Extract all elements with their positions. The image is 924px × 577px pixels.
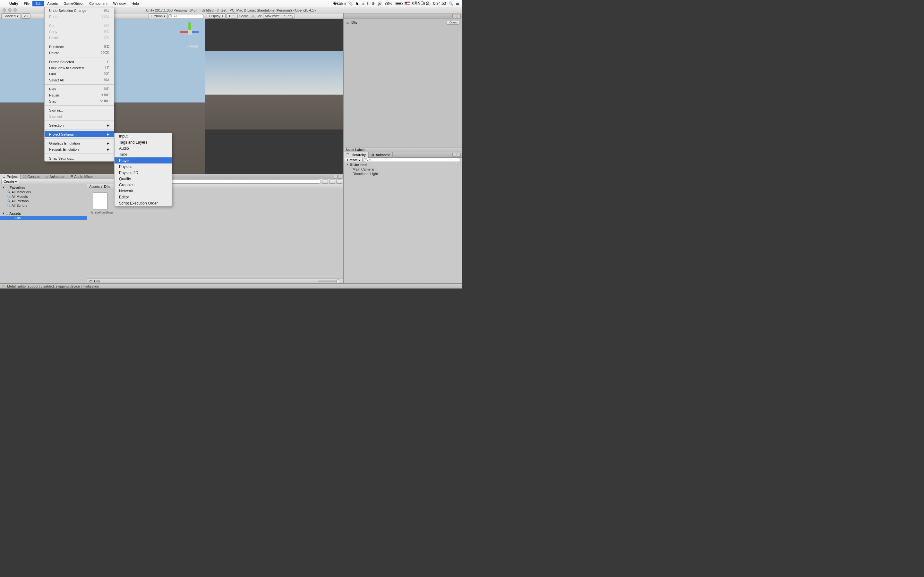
- submenu-item-network[interactable]: Network: [115, 188, 172, 194]
- submenu-item-input[interactable]: Input: [115, 133, 172, 139]
- submenu-item-player[interactable]: Player: [115, 157, 172, 163]
- submenu-item-audio[interactable]: Audio: [115, 145, 172, 151]
- hierarchy-lock-icon[interactable]: [452, 153, 456, 157]
- submenu-item-physics[interactable]: Physics: [115, 163, 172, 169]
- wifi-icon[interactable]: ⊚: [372, 1, 375, 6]
- fav-all-scripts[interactable]: 🔍All Scripts: [0, 203, 87, 208]
- fav-all-prefabs[interactable]: 🔍All Prefabs: [0, 199, 87, 203]
- scene-node[interactable]: ▼⊟Untitled⋯: [344, 162, 462, 167]
- tab-animator[interactable]: ⚙Animator: [368, 152, 393, 158]
- menu-app[interactable]: Unity: [6, 1, 21, 6]
- hierarchy-create-button[interactable]: Create ▾: [345, 158, 363, 162]
- scene-search[interactable]: All: [168, 14, 204, 18]
- menu-item-pause[interactable]: Pause⇧⌘P: [45, 92, 114, 98]
- fav-all-models[interactable]: 🔍All Models: [0, 194, 87, 199]
- menu-item-step[interactable]: Step⌥⌘P: [45, 98, 114, 104]
- menu-item-project-settings[interactable]: Project Settings▶: [45, 131, 114, 137]
- submenu-item-time[interactable]: Time: [115, 151, 172, 157]
- project-footer: 🗀 Dlls: [87, 279, 343, 284]
- attachment-icon[interactable]: 📎: [348, 1, 353, 6]
- menu-item-sign-out: Sign out: [45, 113, 114, 119]
- menu-item-graphics-emulation[interactable]: Graphics Emulation▶: [45, 140, 114, 146]
- scene-gizmo[interactable]: [180, 23, 199, 42]
- assets-header[interactable]: ▾🗀Assets: [0, 211, 87, 216]
- menu-file[interactable]: File: [21, 1, 33, 6]
- chess-icon[interactable]: ♞: [355, 1, 359, 6]
- battery-icon[interactable]: [395, 2, 402, 5]
- submenu-item-editor[interactable]: Editor: [115, 194, 172, 200]
- scale-slider[interactable]: ⎯○⎯: [250, 14, 256, 18]
- search-icon: 🔍: [7, 195, 11, 198]
- panel-menu-icon[interactable]: [338, 175, 342, 179]
- menu-edit[interactable]: Edit: [32, 1, 44, 6]
- close-button[interactable]: [3, 8, 6, 12]
- asset-tensorflowsharp[interactable]: TensorFlowSharp: [90, 192, 110, 214]
- create-button[interactable]: Create ▾: [1, 179, 19, 184]
- tab-console[interactable]: ⌘Console: [21, 174, 43, 179]
- shading-dropdown[interactable]: Shaded ▾: [1, 13, 21, 19]
- menu-item-play[interactable]: Play⌘P: [45, 86, 114, 92]
- submenu-item-physics-2d[interactable]: Physics 2D: [115, 169, 172, 176]
- 2d-toggle[interactable]: 2D: [21, 13, 31, 19]
- panel-lock-icon[interactable]: [334, 175, 338, 179]
- menu-item-select-all[interactable]: Select All⌘A: [45, 77, 114, 83]
- submenu-item-quality[interactable]: Quality: [115, 176, 172, 182]
- aspect-dropdown[interactable]: 16:9: [226, 13, 237, 19]
- inspector-lock-icon[interactable]: [452, 14, 456, 18]
- menu-item-paste: Paste⌘V: [45, 35, 114, 41]
- hierarchy-menu-icon[interactable]: [457, 153, 461, 157]
- fav-all-materials[interactable]: 🔍All Materials: [0, 190, 87, 194]
- menu-item-undo-selection-change[interactable]: Undo Selection Change⌘Z: [45, 7, 114, 13]
- tab-project[interactable]: 🗀Project: [0, 174, 21, 179]
- tab-audio-mixer[interactable]: ⠿Audio Mixer: [68, 174, 96, 179]
- project-settings-submenu: InputTags and LayersAudioTimePlayerPhysi…: [114, 133, 172, 206]
- airplay-icon[interactable]: ⌂: [362, 1, 364, 6]
- zoom-button[interactable]: [13, 8, 17, 12]
- menu-item-delete[interactable]: Delete⌘⌫: [45, 50, 114, 56]
- persp-label[interactable]: ◁ Persp: [186, 44, 198, 48]
- tab-hierarchy[interactable]: ☰Hierarchy: [344, 152, 368, 158]
- open-button[interactable]: Open: [447, 20, 459, 25]
- menu-item-network-emulation[interactable]: Network Emulation▶: [45, 146, 114, 152]
- menu-item-selection[interactable]: Selection▶: [45, 122, 114, 128]
- tab-animation[interactable]: ◷Animation: [43, 174, 68, 179]
- notifications-icon[interactable]: ☰: [456, 1, 459, 6]
- submenu-item-graphics[interactable]: Graphics: [115, 182, 172, 188]
- menu-component[interactable]: Component: [86, 1, 110, 6]
- menu-assets[interactable]: Assets: [44, 1, 61, 6]
- menu-item-sign-in-[interactable]: Sign in...: [45, 107, 114, 113]
- assets-dlls[interactable]: 🗀Dlls: [0, 216, 87, 220]
- menu-window[interactable]: Window: [110, 1, 129, 6]
- submenu-item-tags-and-layers[interactable]: Tags and Layers: [115, 139, 172, 145]
- hierarchy-directional-light[interactable]: Directional Light: [344, 171, 462, 176]
- spotlight-icon[interactable]: 🔍: [449, 1, 453, 6]
- grid-size-slider[interactable]: [318, 280, 340, 282]
- favorites-header[interactable]: ▾★Favorites: [0, 185, 87, 190]
- maximize-on-play[interactable]: Maximize On Play: [263, 13, 295, 19]
- asset-labels-header[interactable]: Asset Labels: [344, 147, 462, 152]
- filter-button-2[interactable]: [329, 179, 335, 184]
- menu-item-snap-settings-[interactable]: Snap Settings...: [45, 155, 114, 161]
- dropbox-icon[interactable]: �ками: [333, 1, 346, 6]
- volume-icon[interactable]: 🔊: [377, 1, 382, 6]
- submenu-item-script-execution-order[interactable]: Script Execution Order: [115, 200, 172, 206]
- menu-gameobject[interactable]: GameObject: [61, 1, 86, 6]
- display-dropdown[interactable]: Display 1: [207, 13, 226, 19]
- search-icon: 🔍: [7, 204, 11, 207]
- scale-value: 2x: [257, 14, 263, 18]
- mixer-icon: ⠿: [71, 175, 73, 178]
- menu-item-lock-view-to-selected[interactable]: Lock View to Selected⇧F: [45, 65, 114, 71]
- filter-button-1[interactable]: [322, 179, 328, 184]
- hierarchy-main-camera[interactable]: Main Camera: [344, 167, 462, 171]
- minimize-button[interactable]: [8, 8, 11, 12]
- input-flag-icon[interactable]: [405, 2, 410, 5]
- menu-item-duplicate[interactable]: Duplicate⌘D: [45, 44, 114, 50]
- menu-item-find[interactable]: Find⌘F: [45, 71, 114, 77]
- menu-help[interactable]: Help: [129, 1, 142, 6]
- filter-button-3[interactable]: [336, 179, 342, 184]
- inspector-menu-icon[interactable]: [457, 14, 461, 18]
- hierarchy-search[interactable]: All: [364, 158, 461, 162]
- bluetooth-icon[interactable]: ᛒ: [367, 1, 369, 6]
- gizmos-dropdown[interactable]: Gizmos ▾: [149, 13, 168, 19]
- menu-item-frame-selected[interactable]: Frame SelectedF: [45, 59, 114, 65]
